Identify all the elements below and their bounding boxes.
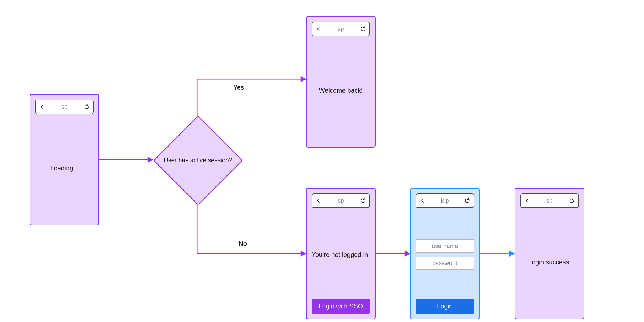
back-icon[interactable] — [315, 26, 322, 32]
screen-login-success: sp Login success! — [515, 188, 584, 319]
reload-icon[interactable] — [360, 26, 366, 32]
address-bar: sp — [312, 193, 370, 208]
address-bar: sp — [520, 193, 579, 208]
back-icon[interactable] — [419, 197, 426, 204]
address-bar: sp — [35, 100, 94, 114]
password-field[interactable]: password — [416, 257, 474, 270]
loading-message: Loading... — [35, 164, 94, 172]
address-host: sp — [324, 197, 357, 204]
back-icon[interactable] — [315, 197, 322, 204]
address-bar: idp — [416, 193, 474, 208]
success-message: Login success! — [520, 258, 579, 266]
screen-loading: sp Loading... — [30, 94, 99, 225]
reload-icon[interactable] — [83, 104, 90, 110]
address-host: idp — [429, 197, 461, 204]
screen-welcome: sp Welcome back! — [306, 16, 376, 148]
screen-not-logged-in: sp You're not logged in! Login with SSO — [306, 188, 376, 319]
decision-has-session: User has active session? — [166, 129, 230, 192]
login-button[interactable]: Login — [416, 299, 474, 314]
not-logged-message: You're not logged in! — [312, 251, 370, 258]
reload-icon[interactable] — [464, 197, 470, 204]
address-host: sp — [533, 197, 566, 204]
username-field[interactable]: username — [416, 239, 474, 253]
branch-no-label: No — [239, 240, 247, 247]
address-host: sp — [324, 25, 357, 32]
reload-icon[interactable] — [569, 197, 575, 204]
address-host: sp — [48, 103, 81, 110]
branch-yes-label: Yes — [233, 84, 244, 91]
welcome-message: Welcome back! — [312, 87, 370, 94]
login-with-sso-button[interactable]: Login with SSO — [312, 299, 370, 314]
back-icon[interactable] — [39, 104, 45, 110]
screen-idp-login: idp username password Login — [410, 188, 480, 319]
back-icon[interactable] — [524, 197, 530, 204]
reload-icon[interactable] — [360, 197, 366, 204]
address-bar: sp — [312, 22, 370, 36]
